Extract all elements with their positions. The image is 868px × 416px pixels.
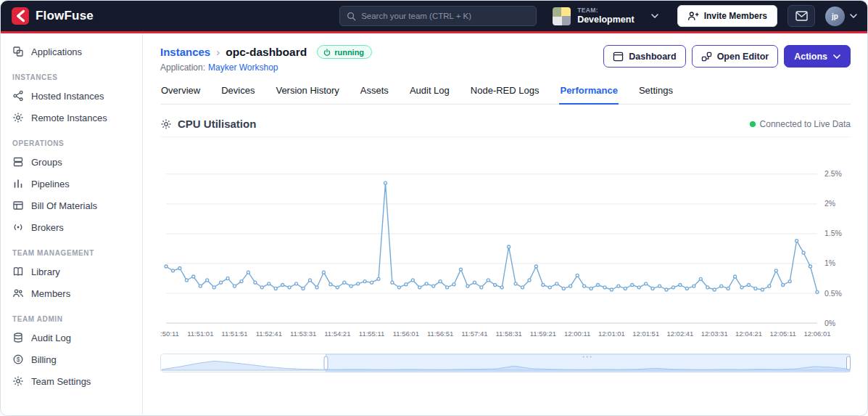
chart-title: CPU Utilisation	[178, 118, 256, 130]
team-label: TEAM:	[577, 7, 635, 15]
sidebar-item-remote-instances[interactable]: Remote Instances	[1, 107, 142, 129]
sidebar-item-label: Applications	[31, 46, 82, 57]
chevron-down-icon	[850, 14, 857, 18]
sidebar-item-billing[interactable]: $ Billing	[1, 348, 142, 370]
sidebar-item-label: Remote Instances	[31, 113, 107, 123]
svg-text:0%: 0%	[824, 319, 835, 327]
breadcrumb-instances-link[interactable]: Instances	[160, 46, 210, 58]
sidebar-item-audit-log[interactable]: Audit Log	[1, 327, 142, 348]
tab-assets[interactable]: Assets	[360, 85, 389, 104]
svg-text:2%: 2%	[824, 199, 835, 208]
actions-button-label: Actions	[794, 52, 827, 62]
live-status-dot	[750, 121, 756, 127]
sidebar-item-pipelines[interactable]: Pipelines	[1, 173, 142, 195]
svg-text:11:52:41: 11:52:41	[256, 330, 282, 338]
app-window: FlowFuse TEAM: Development	[0, 0, 868, 416]
content-area: Applications INSTANCES Hosted Instances …	[1, 33, 867, 415]
invite-members-button[interactable]: Invite Members	[677, 5, 777, 27]
live-status-label: Connected to Live Data	[760, 119, 851, 129]
audit-log-icon	[12, 332, 24, 343]
live-status: Connected to Live Data	[750, 119, 851, 129]
svg-text:11:51:01: 11:51:01	[187, 330, 213, 338]
dashboard-icon	[613, 52, 624, 62]
sidebar-item-groups[interactable]: Groups	[1, 151, 142, 173]
sidebar-item-label: Billing	[31, 354, 57, 365]
application-link[interactable]: Mayker Workshop	[208, 62, 278, 73]
user-avatar: jp	[825, 7, 845, 26]
dashboard-button[interactable]: Dashboard	[603, 45, 685, 68]
svg-text:2.5%: 2.5%	[824, 169, 842, 178]
sidebar-item-label: Hosted Instances	[31, 91, 104, 102]
dashboard-button-label: Dashboard	[629, 52, 676, 62]
top-navbar: FlowFuse TEAM: Development	[1, 1, 867, 33]
mail-icon	[795, 11, 808, 21]
cpu-chart-container: 0%0.5%1%1.5%2%2.5%11:50:1111:51:0111:51:…	[160, 140, 851, 346]
svg-text:11:55:11: 11:55:11	[359, 330, 385, 338]
svg-text:12:01:51: 12:01:51	[632, 330, 659, 338]
svg-text:12:02:41: 12:02:41	[666, 330, 693, 338]
sidebar-item-hosted-instances[interactable]: Hosted Instances	[1, 85, 142, 107]
user-menu[interactable]: jp	[825, 7, 857, 26]
brand-name: FlowFuse	[36, 9, 94, 23]
tab-version-history[interactable]: Version History	[275, 85, 339, 104]
svg-text:11:50:11: 11:50:11	[160, 330, 179, 338]
tab-overview[interactable]: Overview	[160, 85, 201, 104]
team-name: Development	[577, 15, 635, 25]
sidebar-item-label: Pipelines	[31, 179, 70, 189]
applications-icon	[12, 46, 24, 57]
flowfuse-logo[interactable]: FlowFuse	[11, 7, 94, 25]
team-search[interactable]	[339, 6, 537, 26]
library-icon	[12, 266, 24, 277]
tab-devices[interactable]: Devices	[220, 85, 255, 104]
hosted-instances-icon	[12, 90, 24, 102]
team-selector[interactable]: TEAM: Development	[547, 4, 667, 29]
sidebar-item-members[interactable]: Members	[1, 282, 142, 304]
open-editor-button-label: Open Editor	[717, 52, 769, 62]
svg-text:11:54:21: 11:54:21	[324, 330, 350, 338]
sidebar-item-library[interactable]: Library	[1, 261, 142, 282]
svg-text:$: $	[17, 356, 20, 363]
sidebar-item-brokers[interactable]: Brokers	[1, 216, 142, 238]
sidebar-item-label: Brokers	[31, 222, 64, 233]
header-actions: Dashboard Open Editor Actions	[603, 45, 851, 68]
svg-text:1.5%: 1.5%	[824, 229, 842, 237]
sidebar-item-team-settings[interactable]: Team Settings	[1, 370, 142, 392]
open-editor-button[interactable]: Open Editor	[692, 45, 779, 68]
sidebar-section-team-management: TEAM MANAGEMENT	[1, 238, 142, 261]
sidebar-section-instances: INSTANCES	[1, 62, 142, 85]
sidebar-item-label: Members	[31, 288, 70, 299]
chevron-down-icon	[651, 14, 658, 18]
chart-navigator-svg[interactable]	[160, 354, 851, 372]
svg-text:12:03:31: 12:03:31	[701, 330, 728, 338]
tab-settings[interactable]: Settings	[638, 85, 674, 104]
open-editor-icon	[701, 52, 712, 62]
svg-text:0.5%: 0.5%	[824, 289, 842, 298]
sidebar-item-bill-of-materials[interactable]: Bill Of Materials	[1, 195, 142, 216]
tab-audit-log[interactable]: Audit Log	[409, 85, 450, 104]
sidebar-item-label: Audit Log	[31, 333, 71, 343]
remote-instances-icon	[12, 112, 24, 123]
actions-button[interactable]: Actions	[784, 45, 851, 68]
svg-text:12:04:21: 12:04:21	[735, 330, 762, 338]
invite-members-label: Invite Members	[704, 11, 767, 21]
sidebar-item-applications[interactable]: Applications	[1, 41, 142, 62]
svg-text:11:53:31: 11:53:31	[290, 330, 316, 338]
team-settings-icon	[12, 375, 24, 387]
svg-text:11:57:41: 11:57:41	[461, 330, 487, 338]
members-icon	[12, 287, 24, 299]
sidebar-section-operations: OPERATIONS	[1, 129, 142, 151]
sidebar-item-label: Library	[31, 266, 60, 277]
search-input[interactable]	[361, 12, 529, 20]
tab-node-red-logs[interactable]: Node-RED Logs	[470, 85, 540, 104]
groups-icon	[12, 156, 24, 168]
notifications-button[interactable]	[788, 5, 815, 27]
sidebar-item-label: Groups	[31, 157, 62, 168]
chart-navigator[interactable]	[160, 354, 851, 375]
pipelines-icon	[12, 178, 24, 189]
application-label: Application:	[160, 62, 205, 73]
team-meta: TEAM: Development	[577, 7, 635, 25]
svg-text:12:06:01: 12:06:01	[804, 330, 831, 338]
status-badge-label: running	[334, 48, 364, 57]
tab-performance[interactable]: Performance	[559, 85, 618, 105]
search-icon	[347, 12, 356, 21]
